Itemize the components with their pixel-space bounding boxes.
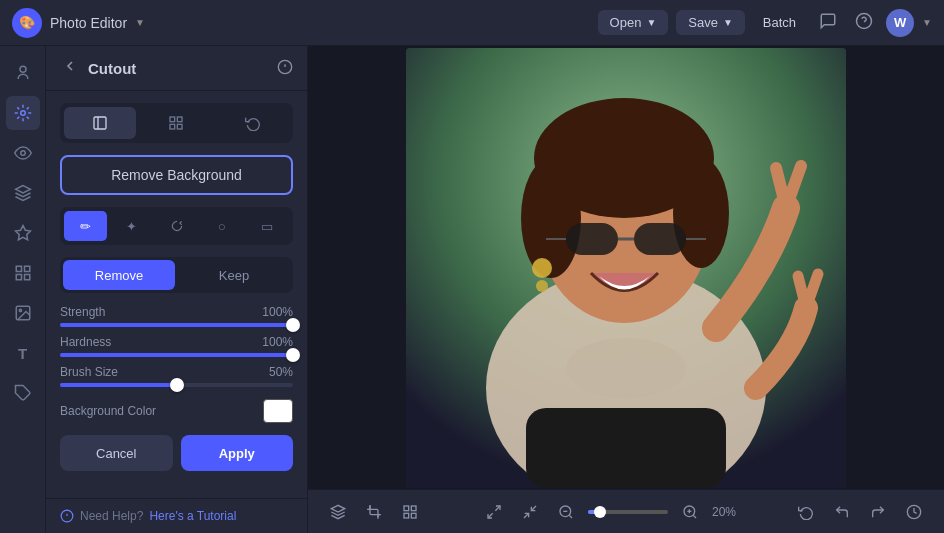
bg-color-swatch[interactable]	[263, 399, 293, 423]
svg-rect-48	[404, 513, 409, 518]
brush-size-thumb[interactable]	[170, 378, 184, 392]
zoom-slider[interactable]	[588, 510, 668, 514]
zoom-out-icon[interactable]	[552, 498, 580, 526]
save-caret: ▼	[723, 17, 733, 28]
svg-line-51	[488, 513, 493, 518]
svg-rect-33	[566, 223, 618, 255]
tool-tab-mask[interactable]	[64, 107, 136, 139]
redo-icon[interactable]	[864, 498, 892, 526]
hardness-thumb[interactable]	[286, 348, 300, 362]
sidebar-icon-person[interactable]	[6, 56, 40, 90]
svg-point-42	[532, 258, 552, 278]
strength-label: Strength	[60, 305, 105, 319]
sidebar-icon-image[interactable]	[6, 296, 40, 330]
bg-color-label: Background Color	[60, 404, 156, 418]
zoom-thumb[interactable]	[594, 506, 606, 518]
keep-button[interactable]: Keep	[178, 260, 290, 290]
brush-size-slider-row: Brush Size 50%	[60, 365, 293, 387]
svg-point-12	[19, 309, 21, 311]
crop-icon[interactable]	[360, 498, 388, 526]
batch-button[interactable]: Batch	[753, 10, 806, 35]
apply-button[interactable]: Apply	[181, 435, 294, 471]
svg-point-43	[536, 280, 548, 292]
sidebar-icon-text[interactable]: T	[6, 336, 40, 370]
layers-icon[interactable]	[324, 498, 352, 526]
svg-line-52	[524, 513, 529, 518]
panel-info-button[interactable]	[277, 59, 293, 78]
strength-track[interactable]	[60, 323, 293, 327]
app-logo: 🎨	[12, 8, 42, 38]
hardness-track[interactable]	[60, 353, 293, 357]
undo-icon[interactable]	[828, 498, 856, 526]
grid-icon[interactable]	[396, 498, 424, 526]
svg-rect-7	[16, 266, 21, 271]
tool-tab-restore[interactable]	[217, 107, 289, 139]
help-button[interactable]	[850, 7, 878, 39]
brush-tool-rect[interactable]: ▭	[246, 211, 289, 241]
zoom-in-icon[interactable]	[676, 498, 704, 526]
bottom-toolbar: 20%	[308, 489, 944, 533]
strength-thumb[interactable]	[286, 318, 300, 332]
svg-point-44	[566, 338, 686, 398]
fit-icon[interactable]	[516, 498, 544, 526]
brush-tool-ellipse[interactable]: ○	[200, 211, 243, 241]
canvas-area: 20%	[308, 46, 944, 533]
svg-rect-49	[411, 513, 416, 518]
brush-tools: ✏ ✦ ○ ▭	[60, 207, 293, 245]
remove-button[interactable]: Remove	[63, 260, 175, 290]
brush-size-label: Brush Size	[60, 365, 118, 379]
svg-rect-47	[411, 506, 416, 511]
svg-point-2	[20, 66, 26, 72]
svg-point-32	[673, 158, 729, 268]
svg-rect-8	[24, 266, 29, 271]
avatar-caret: ▼	[922, 17, 932, 28]
zoom-value: 20%	[712, 505, 736, 519]
brush-tool-smart[interactable]: ✦	[109, 211, 152, 241]
svg-rect-19	[170, 117, 175, 122]
svg-point-3	[20, 111, 25, 116]
remove-keep-toggle: Remove Keep	[60, 257, 293, 293]
sidebar-icon-puzzle[interactable]	[6, 376, 40, 410]
hardness-slider-row: Hardness 100%	[60, 335, 293, 357]
panel-back-button[interactable]	[60, 56, 80, 80]
sidebar-icon-star[interactable]	[6, 216, 40, 250]
hardness-label: Hardness	[60, 335, 111, 349]
open-button[interactable]: Open ▼	[598, 10, 669, 35]
save-label: Save	[688, 15, 718, 30]
brush-tool-pen[interactable]: ✏	[64, 211, 107, 241]
tool-tab-refine[interactable]	[140, 107, 212, 139]
fullscreen-icon[interactable]	[480, 498, 508, 526]
bt-right	[792, 498, 928, 526]
help-footer: Need Help? Here's a Tutorial	[46, 498, 307, 533]
sidebar-icon-layers[interactable]	[6, 176, 40, 210]
avatar[interactable]: W	[886, 9, 914, 37]
svg-point-31	[521, 158, 581, 278]
brush-tool-lasso[interactable]	[155, 211, 198, 241]
svg-rect-17	[94, 117, 106, 129]
main-area: T Cutout	[0, 46, 944, 533]
svg-rect-34	[634, 223, 686, 255]
sidebar-icon-eye[interactable]	[6, 136, 40, 170]
save-button[interactable]: Save ▼	[676, 10, 745, 35]
cutout-panel: Cutout Remove Background	[46, 46, 308, 533]
svg-line-58	[693, 515, 696, 518]
svg-line-53	[531, 506, 536, 511]
svg-marker-5	[15, 186, 30, 194]
app-caret: ▼	[135, 17, 145, 28]
svg-rect-10	[24, 275, 29, 280]
hardness-fill	[60, 353, 293, 357]
svg-rect-20	[178, 117, 183, 122]
app-title: Photo Editor	[50, 15, 127, 31]
message-button[interactable]	[814, 7, 842, 39]
remove-background-button[interactable]: Remove Background	[60, 155, 293, 195]
reset-icon[interactable]	[792, 498, 820, 526]
brush-size-track[interactable]	[60, 383, 293, 387]
tutorial-link[interactable]: Here's a Tutorial	[149, 509, 236, 523]
open-label: Open	[610, 15, 642, 30]
help-text: Need Help?	[80, 509, 143, 523]
history-icon[interactable]	[900, 498, 928, 526]
sidebar-icon-effects[interactable]	[6, 96, 40, 130]
strength-value: 100%	[262, 305, 293, 319]
cancel-button[interactable]: Cancel	[60, 435, 173, 471]
sidebar-icon-grid[interactable]	[6, 256, 40, 290]
